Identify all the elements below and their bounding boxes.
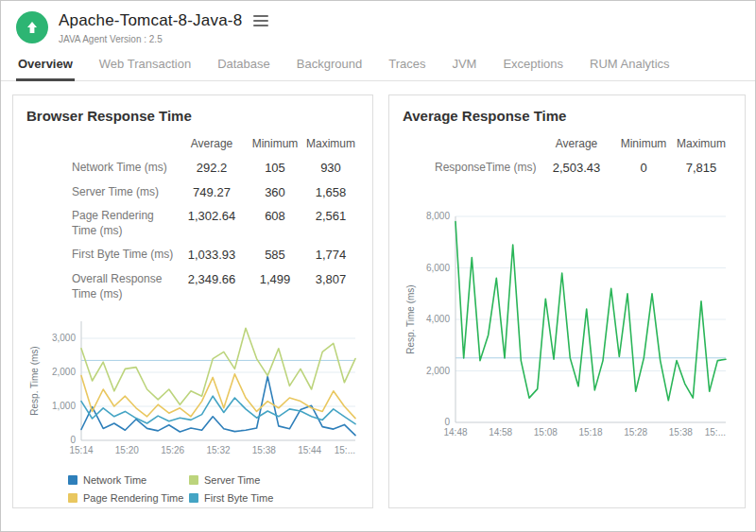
svg-text:1,000: 1,000 [52,401,76,411]
tab-traces[interactable]: Traces [387,48,427,81]
tab-jvm[interactable]: JVM [450,48,478,81]
metric-value: 292.2 [176,156,248,180]
col-average: Average [176,133,248,156]
tab-web-transaction[interactable]: Web Transaction [97,48,193,81]
svg-text:15:38: 15:38 [669,427,693,438]
metric-value: 585 [248,243,302,267]
col-average: Average [537,133,616,156]
svg-text:14:58: 14:58 [489,427,512,438]
metric-value: 749.27 [176,180,248,205]
panel-title: Browser Response Time [26,108,359,124]
svg-text:2,000: 2,000 [52,367,76,377]
tab-rum-analytics[interactable]: RUM Analytics [588,48,672,81]
col-minimum: Minimum [616,133,671,156]
metric-value: 1,499 [248,267,302,306]
svg-text:6,000: 6,000 [426,262,450,272]
svg-text:15:18: 15:18 [578,427,602,438]
metric-value: 3,807 [302,267,359,306]
metric-label: ResponseTime (ms) [403,156,537,180]
metric-value: 2,349.66 [176,267,248,306]
content-area: Browser Response Time Average Minimum Ma… [1,81,755,531]
metric-value: 1,033.93 [176,243,248,267]
svg-text:15:08: 15:08 [534,427,558,438]
legend-swatch [189,493,198,503]
legend-label: Server Time [204,474,260,486]
col-spacer [403,133,537,156]
svg-text:15:38: 15:38 [252,445,276,455]
metric-value: 608 [248,204,302,243]
svg-text:14:48: 14:48 [443,427,467,438]
metric-label: Server Time (ms) [26,180,176,205]
col-spacer [26,133,176,156]
svg-text:3,000: 3,000 [52,333,76,343]
metric-value: 360 [248,180,302,205]
metric-value: 1,302.64 [176,204,248,243]
panel-title: Average Response Time [403,108,731,124]
metric-value: 930 [302,156,359,180]
legend-swatch [189,475,198,485]
tab-overview[interactable]: Overview [16,48,75,81]
legend-label: First Byte Time [204,492,273,504]
svg-text:8,000: 8,000 [426,211,450,221]
metric-value: 7,815 [671,156,731,180]
legend-swatch [68,475,77,485]
col-maximum: Maximum [302,133,359,156]
average-metrics-table: Average Minimum Maximum ResponseTime (ms… [403,133,731,180]
legend-item-server-time[interactable]: Server Time [189,474,359,486]
tab-background[interactable]: Background [295,48,364,81]
chart-legend: Network Time Server Time Page Rendering … [68,474,359,504]
svg-text:15:28: 15:28 [624,427,647,438]
svg-text:15:44: 15:44 [298,445,321,455]
svg-text:15:14: 15:14 [69,445,93,455]
menu-icon[interactable] [253,13,268,28]
metric-label: First Byte Time (ms) [26,243,176,267]
legend-label: Network Time [83,474,146,486]
metric-value: 2,561 [302,204,359,243]
svg-text:15:...: 15:... [705,427,726,438]
tab-bar: Overview Web Transaction Database Backgr… [1,48,755,81]
svg-text:15:32: 15:32 [206,445,230,455]
metric-label: Page Rendering Time (ms) [26,204,176,243]
svg-text:15:20: 15:20 [115,445,139,455]
legend-item-page-rendering-time[interactable]: Page Rendering Time [68,492,189,504]
metric-value: 1,658 [302,180,359,205]
col-maximum: Maximum [671,133,731,156]
average-response-time-panel: Average Response Time Average Minimum Ma… [388,94,746,508]
svg-text:Resp. Time (ms): Resp. Time (ms) [405,284,416,353]
svg-text:4,000: 4,000 [426,314,450,324]
svg-text:0: 0 [444,417,450,427]
app-window: Apache-Tomcat-8-Java-8 JAVA Agent Versio… [0,0,756,532]
browser-response-time-panel: Browser Response Time Average Minimum Ma… [12,94,373,508]
legend-item-first-byte-time[interactable]: First Byte Time [189,492,359,504]
metric-value: 1,774 [302,243,359,267]
svg-text:2,000: 2,000 [426,365,450,375]
metric-value: 105 [248,156,302,180]
browser-response-time-chart[interactable]: 01,0002,0003,00015:1415:2015:2615:3215:3… [26,312,361,465]
page-title: Apache-Tomcat-8-Java-8 [59,11,242,30]
browser-metrics-table: Average Minimum Maximum Network Time (ms… [26,133,359,306]
app-status-icon [16,11,48,43]
legend-label: Page Rendering Time [83,492,183,504]
tab-database[interactable]: Database [215,48,272,81]
agent-version-label: JAVA Agent Version : 2.5 [59,34,268,44]
title-block: Apache-Tomcat-8-Java-8 JAVA Agent Versio… [59,11,268,44]
tab-exceptions[interactable]: Exceptions [501,48,565,81]
legend-swatch [68,493,77,503]
average-response-time-chart[interactable]: 02,0004,0006,0008,00014:4814:5815:0815:1… [403,205,733,447]
col-minimum: Minimum [248,133,302,156]
header: Apache-Tomcat-8-Java-8 JAVA Agent Versio… [1,1,755,48]
legend-item-network-time[interactable]: Network Time [68,474,189,486]
svg-text:Resp. Time (ms): Resp. Time (ms) [29,346,40,415]
metric-label: Overall Response Time (ms) [26,267,176,306]
metric-value: 0 [616,156,671,180]
metric-value: 2,503.43 [537,156,616,180]
svg-text:15:26: 15:26 [161,445,184,455]
metric-label: Network Time (ms) [26,156,176,180]
svg-text:15:...: 15:... [335,445,355,455]
up-arrow-icon [25,20,40,35]
svg-text:0: 0 [70,435,76,445]
